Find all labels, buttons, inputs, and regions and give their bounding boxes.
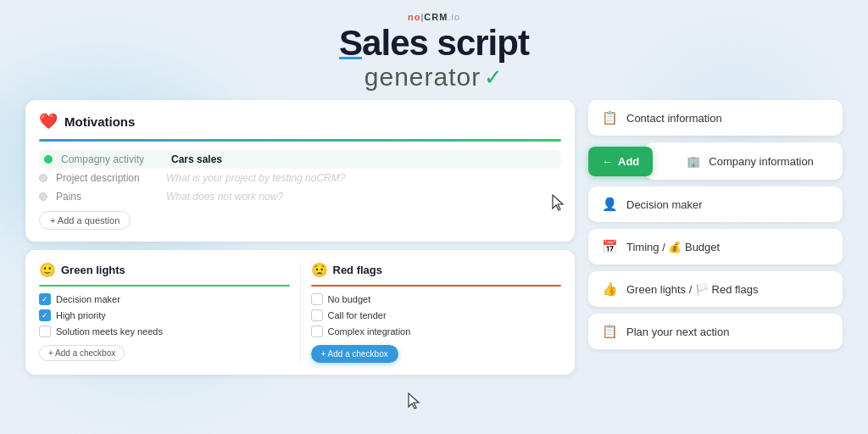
add-red-checkbox-button[interactable]: + Add a checkbox <box>311 345 398 363</box>
dot-active-0 <box>44 155 53 164</box>
motivations-emoji: ❤️ <box>39 112 58 131</box>
right-column: 📋 Contact information ← Add 🏢 Company in… <box>588 100 843 375</box>
red-item-0: No budget <box>311 293 562 305</box>
motivations-title: Motivations <box>64 114 135 129</box>
motivations-header: ❤️ Motivations <box>39 112 561 131</box>
add-question-button[interactable]: + Add a question <box>39 211 131 230</box>
left-column: ❤️ Motivations Compagny activity Cars sa… <box>25 100 575 375</box>
green-label-1: High priority <box>56 310 106 320</box>
red-item-1: Call for tender <box>311 309 562 321</box>
lights-flags-label: Green lights / 🏳️ Red flags <box>626 283 758 296</box>
motivation-label-0: Compagny activity <box>61 153 163 165</box>
red-flags-emoji: 😟 <box>311 262 328 278</box>
title-generator-text: generator <box>364 63 481 92</box>
contact-info-label: Contact information <box>626 112 722 125</box>
brand-crm: CRM <box>424 12 448 22</box>
motivation-placeholder-1: What is your project by testing noCRM? <box>166 172 345 184</box>
motivation-row-1: Project description What is your project… <box>39 169 561 187</box>
brand-io: .io <box>448 12 460 22</box>
nav-company-info[interactable]: 🏢 Company information <box>644 142 843 180</box>
red-flags-title: Red flags <box>333 264 383 276</box>
motivation-row-0: Compagny activity Cars sales <box>39 150 561 169</box>
add-label: Add <box>618 155 639 168</box>
motivations-card: ❤️ Motivations Compagny activity Cars sa… <box>25 100 575 242</box>
decision-maker-label: Decision maker <box>626 198 703 211</box>
red-divider <box>311 285 562 287</box>
add-button[interactable]: ← Add <box>588 147 653 176</box>
header: no|CRM.io Sales script generator ✓ <box>0 0 868 100</box>
red-checkbox-0[interactable] <box>311 293 323 305</box>
motivation-placeholder-2: What does not work now? <box>166 191 283 203</box>
motivation-label-2: Pains <box>56 191 158 203</box>
title-ales: ales script <box>362 23 529 63</box>
contact-info-emoji: 📋 <box>602 110 618 125</box>
brand-tag: no|CRM.io <box>0 12 868 22</box>
flags-two-col: 🙂 Green lights ✓ Decision maker ✓ High p… <box>39 262 561 363</box>
red-label-2: Complex integration <box>328 326 411 337</box>
green-lights-emoji: 🙂 <box>39 262 56 278</box>
nav-decision-maker[interactable]: 👤 Decision maker <box>588 186 843 222</box>
green-lights-header: 🙂 Green lights <box>39 262 290 278</box>
brand-no: no <box>408 12 420 22</box>
dot-inactive-1 <box>39 174 47 182</box>
main-content: ❤️ Motivations Compagny activity Cars sa… <box>0 100 868 375</box>
next-action-label: Plan your next action <box>626 326 729 338</box>
red-label-0: No budget <box>328 294 371 304</box>
green-item-2: Solution meets key needs <box>39 326 290 337</box>
nav-lights-flags[interactable]: 👍 Green lights / 🏳️ Red flags <box>588 271 843 307</box>
company-info-emoji: 🏢 <box>687 155 700 168</box>
checkbox-checked-1: ✓ <box>39 309 51 321</box>
title-s: S <box>339 23 362 63</box>
red-flags-col: 😟 Red flags No budget Call for tender <box>301 262 562 363</box>
motivation-label-1: Project description <box>56 172 158 184</box>
lights-flags-emoji: 👍 <box>602 281 618 297</box>
decision-maker-emoji: 👤 <box>602 197 618 212</box>
flags-card: 🙂 Green lights ✓ Decision maker ✓ High p… <box>25 250 575 375</box>
green-lights-col: 🙂 Green lights ✓ Decision maker ✓ High p… <box>39 262 301 363</box>
title-main: Sales script <box>0 24 868 63</box>
red-checkbox-1[interactable] <box>311 309 323 321</box>
nav-next-action[interactable]: 📋 Plan your next action <box>588 314 843 349</box>
nav-timing-budget[interactable]: 📅 Timing / 💰 Budget <box>588 229 843 264</box>
nav-contact-info[interactable]: 📋 Contact information <box>588 100 843 136</box>
timing-label: Timing / 💰 Budget <box>626 241 720 253</box>
background: no|CRM.io Sales script generator ✓ ❤️ Mo… <box>0 0 868 434</box>
checkbox-empty-2[interactable] <box>39 326 51 337</box>
green-label-0: Decision maker <box>56 294 120 304</box>
timing-emoji: 📅 <box>602 239 618 254</box>
green-lights-title: Green lights <box>61 264 125 276</box>
cursor <box>405 392 424 410</box>
green-label-2: Solution meets key needs <box>56 326 163 337</box>
motivation-row-2: Pains What does not work now? <box>39 187 561 206</box>
motivations-divider <box>39 139 561 142</box>
dot-inactive-2 <box>39 192 47 201</box>
red-label-1: Call for tender <box>328 310 387 320</box>
add-arrow: ← <box>602 155 613 168</box>
title-sub: generator ✓ <box>0 63 868 92</box>
green-divider <box>39 285 290 287</box>
green-item-0: ✓ Decision maker <box>39 293 290 305</box>
green-item-1: ✓ High priority <box>39 309 290 321</box>
company-info-label: Company information <box>709 155 814 168</box>
check-icon: ✓ <box>484 64 504 91</box>
next-action-emoji: 📋 <box>602 324 618 339</box>
red-flags-header: 😟 Red flags <box>311 262 562 278</box>
add-green-checkbox-button[interactable]: + Add a checkbox <box>39 345 125 361</box>
red-checkbox-2[interactable] <box>311 326 323 337</box>
red-item-2: Complex integration <box>311 326 562 337</box>
motivation-value-0: Cars sales <box>171 153 222 165</box>
add-company-row: ← Add 🏢 Company information <box>588 142 843 180</box>
checkbox-checked-0: ✓ <box>39 293 51 305</box>
